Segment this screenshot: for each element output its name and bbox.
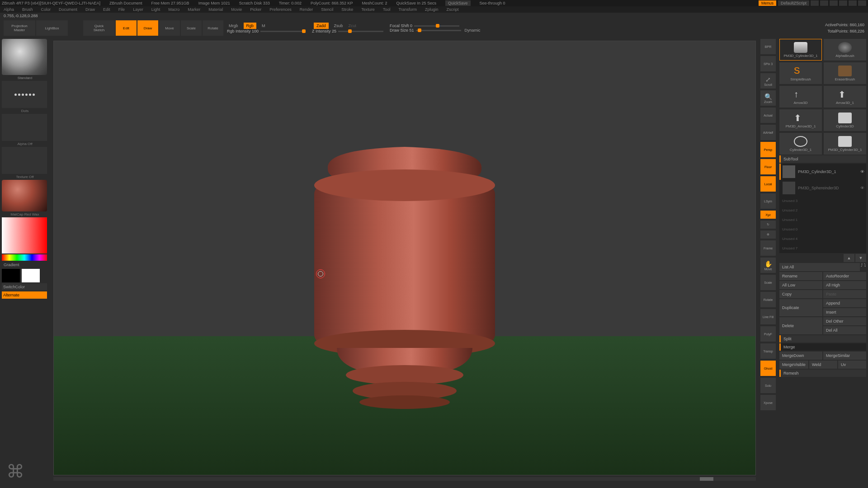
canvas-scale-button[interactable]: Scale: [760, 275, 776, 290]
rotate-button[interactable]: Rotate: [203, 20, 223, 36]
menu-macro[interactable]: Macro: [168, 7, 179, 12]
menu-movie[interactable]: Movie: [231, 7, 242, 12]
solo-button[interactable]: Solo: [760, 378, 776, 393]
copy-button[interactable]: Copy: [779, 290, 822, 298]
z-intensity-slider[interactable]: [338, 31, 383, 32]
window-close[interactable]: [858, 0, 866, 6]
menu-brush[interactable]: Brush: [22, 7, 33, 12]
delete-button[interactable]: Delete: [779, 317, 822, 334]
zoom-button[interactable]: 🔍Zoom: [760, 90, 776, 106]
del-all-button[interactable]: Del All: [823, 326, 866, 334]
default-zscript[interactable]: DefaultZScript: [778, 0, 809, 6]
scroll-button[interactable]: ⤢Scroll: [760, 73, 776, 89]
autoreorder-button[interactable]: AutoReorder: [823, 272, 866, 280]
menu-color[interactable]: Color: [41, 7, 51, 12]
ghost-button[interactable]: Ghost: [760, 361, 776, 376]
mergevisible-button[interactable]: MergeVisible: [779, 361, 808, 369]
edit-button[interactable]: Edit: [116, 20, 137, 36]
color-picker[interactable]: [2, 217, 47, 253]
linefill-button[interactable]: Line Fill: [760, 309, 776, 324]
stroke-thumbnail[interactable]: [2, 81, 47, 108]
draw-button[interactable]: Draw: [137, 20, 158, 36]
secondary-color-swatch[interactable]: [2, 269, 20, 282]
menu-tool[interactable]: Tool: [383, 7, 391, 12]
aahalf-button[interactable]: AAHalf: [760, 125, 776, 140]
eye-icon[interactable]: 👁: [860, 186, 864, 190]
rename-button[interactable]: Rename: [779, 272, 822, 280]
rgb-intensity-label[interactable]: Rgb Intensity 100: [227, 29, 259, 33]
menu-texture[interactable]: Texture: [361, 7, 375, 12]
rgb-intensity-slider[interactable]: [260, 31, 306, 32]
remesh-header[interactable]: Remesh: [779, 370, 866, 377]
move-button[interactable]: Move: [159, 20, 180, 36]
menu-document[interactable]: Document: [59, 7, 77, 12]
quicksave-button[interactable]: QuickSave: [445, 0, 471, 6]
all-high-button[interactable]: All High: [823, 281, 866, 289]
draw-size-label[interactable]: Draw Size 51: [390, 28, 414, 33]
bpr-button[interactable]: BPR: [760, 39, 776, 54]
tool-thumb-6[interactable]: ⬆PM3D_Arrow3D_1: [779, 109, 822, 131]
xyz-button[interactable]: Xyz: [760, 211, 776, 219]
canvas-move-button[interactable]: ✋Move: [760, 258, 776, 273]
zcut-toggle[interactable]: Zcut: [349, 23, 357, 28]
weld-button[interactable]: Weld: [809, 361, 837, 369]
uv-button[interactable]: Uv: [838, 361, 866, 369]
merge-header[interactable]: Merge: [779, 343, 866, 351]
gradient-toggle[interactable]: Gradient: [2, 262, 48, 268]
subtool-up-icon[interactable]: ▲: [844, 254, 854, 262]
window-minimize[interactable]: [839, 0, 847, 6]
lightbox-button[interactable]: LightBox: [36, 20, 68, 36]
zsub-toggle[interactable]: Zsub: [334, 23, 343, 28]
m-toggle[interactable]: M: [262, 23, 265, 28]
tool-thumb-3[interactable]: EraserBrush: [824, 62, 866, 84]
see-through[interactable]: See-through 0: [480, 1, 505, 5]
paste-button[interactable]: Paste: [823, 290, 866, 298]
append-button[interactable]: Append: [823, 299, 866, 307]
zadd-toggle[interactable]: Zadd: [314, 23, 329, 29]
subtool-header[interactable]: SubTool: [779, 155, 866, 163]
horizontal-scrollbar[interactable]: [53, 477, 756, 481]
tool-thumb-7[interactable]: Cylinder3D: [824, 109, 866, 131]
subtool-item-1[interactable]: PM3D_Sphereinder3D 👁: [779, 180, 866, 196]
tool-thumb-5[interactable]: ⬆Arrow3D_1: [824, 86, 866, 108]
del-other-button[interactable]: Del Other: [823, 317, 866, 325]
window-button-3[interactable]: [830, 0, 838, 6]
tool-thumb-1[interactable]: AlphaBrush: [824, 39, 866, 61]
alpha-thumbnail[interactable]: [2, 114, 47, 141]
z-intensity-label[interactable]: Z Intensity 25: [312, 29, 336, 33]
primary-color-swatch[interactable]: [22, 269, 40, 282]
menu-stroke[interactable]: Stroke: [341, 7, 353, 12]
actual-button[interactable]: Actual: [760, 108, 776, 123]
canvas-rotate-button[interactable]: Rotate: [760, 292, 776, 307]
tool-thumb-8[interactable]: Cylinder3D_1: [779, 133, 822, 155]
menu-transform[interactable]: Transform: [398, 7, 417, 12]
xpose-button[interactable]: Xpose: [760, 395, 776, 410]
rgb-toggle[interactable]: Rgb: [244, 23, 257, 29]
tool-thumb-0[interactable]: PM3D_Cylinder3D_1: [779, 39, 822, 61]
hue-slider[interactable]: [2, 254, 47, 261]
persp-button[interactable]: Persp: [760, 142, 776, 157]
list-all-button[interactable]: List All: [779, 263, 860, 271]
split-header[interactable]: Split: [779, 335, 866, 343]
insert-button[interactable]: Insert: [823, 308, 866, 316]
window-button-2[interactable]: [820, 0, 828, 6]
scale-button[interactable]: Scale: [181, 20, 202, 36]
tool-thumb-4[interactable]: ↑Arrow3D: [779, 86, 822, 108]
alternate-button[interactable]: Alternate: [2, 291, 47, 299]
menu-preferences[interactable]: Preferences: [269, 7, 292, 12]
move-up-icon[interactable]: ⤴: [861, 263, 863, 271]
rot-z-button[interactable]: ⊕: [760, 230, 776, 239]
polyf-button[interactable]: PolyF: [760, 326, 776, 342]
focal-shift-slider[interactable]: [414, 25, 459, 27]
draw-size-slider[interactable]: [416, 30, 461, 31]
menu-zplugin[interactable]: Zplugin: [425, 7, 439, 12]
tool-thumb-2[interactable]: SSimpleBrush: [779, 62, 822, 84]
focal-shift-label[interactable]: Focal Shift 0: [390, 23, 412, 28]
subtool-down-icon[interactable]: ▼: [855, 254, 866, 262]
eye-icon[interactable]: 👁: [860, 169, 864, 174]
menu-material[interactable]: Material: [208, 7, 223, 12]
all-low-button[interactable]: All Low: [779, 281, 822, 289]
menu-edit[interactable]: Edit: [103, 7, 110, 12]
material-thumbnail[interactable]: [2, 180, 47, 211]
window-maximize[interactable]: [849, 0, 857, 6]
